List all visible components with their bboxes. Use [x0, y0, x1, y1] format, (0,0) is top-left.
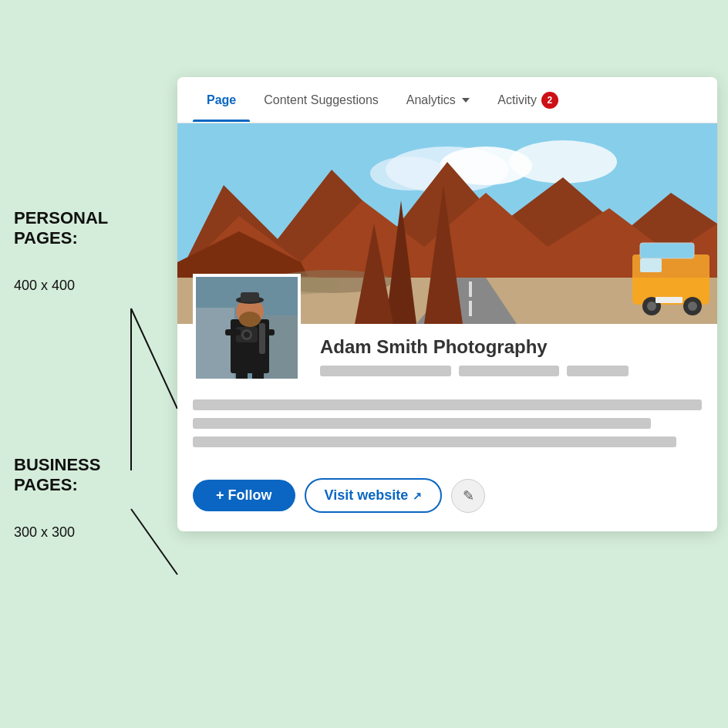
- skeleton-line-3: [567, 366, 629, 376]
- svg-rect-25: [656, 297, 682, 303]
- skeleton-row-2: [193, 418, 651, 429]
- svg-rect-43: [236, 368, 248, 382]
- profile-name: Adam Smith Photography: [320, 336, 702, 358]
- svg-point-7: [509, 140, 617, 184]
- svg-line-2: [131, 509, 177, 575]
- analytics-chevron-icon: [462, 98, 470, 103]
- svg-rect-30: [196, 308, 234, 382]
- follow-button[interactable]: + Follow: [193, 480, 295, 511]
- skeleton-line-1: [320, 366, 451, 376]
- tab-content-suggestions[interactable]: Content Suggestions: [250, 79, 393, 121]
- skeleton-line-2: [459, 366, 559, 376]
- svg-rect-31: [265, 315, 301, 382]
- skeleton-row-3: [193, 436, 676, 447]
- svg-rect-44: [252, 368, 264, 382]
- external-link-icon: ↗: [413, 490, 422, 502]
- tab-analytics[interactable]: Analytics: [393, 79, 484, 121]
- svg-rect-20: [640, 258, 662, 272]
- content-skeletons: [177, 392, 717, 470]
- profile-section: Adam Smith Photography: [177, 324, 717, 392]
- skeleton-row-1: [193, 399, 702, 410]
- svg-rect-42: [259, 323, 265, 354]
- svg-point-24: [688, 302, 697, 311]
- svg-point-34: [239, 312, 261, 327]
- activity-badge: 2: [541, 92, 558, 109]
- svg-rect-40: [225, 329, 241, 335]
- svg-rect-36: [241, 292, 259, 302]
- business-pages-label: BUSINESS PAGES:: [14, 455, 100, 496]
- pencil-icon: ✎: [463, 487, 474, 504]
- svg-line-0: [131, 308, 177, 409]
- tab-page[interactable]: Page: [193, 79, 250, 121]
- business-pages-size: 300 x 300: [14, 524, 75, 541]
- nav-tabs: Page Content Suggestions Analytics Activ…: [177, 77, 717, 123]
- tab-activity[interactable]: Activity 2: [484, 78, 572, 123]
- action-buttons: + Follow Visit website ↗ ✎: [177, 470, 717, 531]
- visit-website-button[interactable]: Visit website ↗: [305, 478, 443, 513]
- linkedin-page-card: Page Content Suggestions Analytics Activ…: [177, 77, 717, 531]
- personal-pages-label: PERSONAL PAGES:: [14, 208, 108, 249]
- svg-rect-19: [640, 243, 694, 258]
- profile-skeleton-lines: [320, 366, 702, 376]
- svg-point-22: [647, 302, 656, 311]
- personal-pages-size: 400 x 400: [14, 278, 75, 294]
- profile-avatar-wrapper: [193, 274, 301, 382]
- edit-button[interactable]: ✎: [451, 479, 485, 513]
- svg-rect-14: [469, 301, 472, 316]
- svg-rect-13: [469, 281, 472, 297]
- svg-point-39: [244, 332, 250, 338]
